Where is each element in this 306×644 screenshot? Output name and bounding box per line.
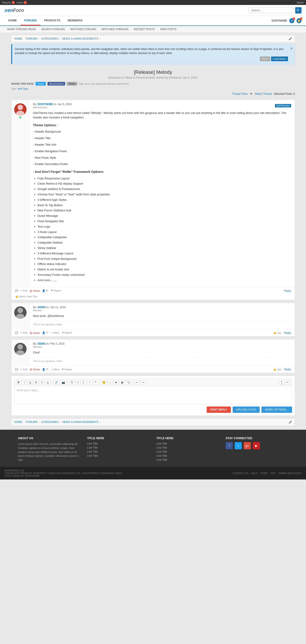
footer-terms-link[interactable]: TERMS AND RULES xyxy=(278,472,302,474)
post-3-ip-btn[interactable]: 👤 IP xyxy=(42,368,48,371)
editor-image[interactable]: 📷 xyxy=(60,380,66,385)
editor-strike[interactable]: S xyxy=(34,380,39,385)
users-link[interactable]: Users 1 xyxy=(17,1,27,4)
editor-link[interactable]: 🔗 xyxy=(53,380,60,385)
post-2-edit-btn[interactable]: ✏ Edit xyxy=(20,331,28,334)
editor-media-3[interactable]: ▣ xyxy=(120,380,125,385)
footer-col2-link-3[interactable]: Link Title xyxy=(87,454,150,458)
footer-contact-link[interactable]: CONTACT US xyxy=(232,472,248,474)
editor-emoji[interactable]: 😊 xyxy=(101,380,107,385)
editor-attach[interactable]: 📎 xyxy=(126,380,132,385)
breadcrumb-forums[interactable]: FORUMS xyxy=(26,37,38,40)
footer-col3-link-4[interactable]: Link Title xyxy=(156,458,219,462)
nav-forums[interactable]: FORUMS xyxy=(20,16,40,26)
reports-link[interactable]: Reports 1 xyxy=(2,1,15,4)
post-3-like-btn[interactable]: 👍 Like xyxy=(273,368,282,371)
post-3-username[interactable]: DEMO xyxy=(38,342,46,345)
editor-media-1[interactable]: □ xyxy=(108,380,113,385)
post-3-edit-btn[interactable]: ✏ Edit xyxy=(20,368,28,371)
editor-align-center[interactable]: ≡ xyxy=(76,380,80,385)
post-2-ip-btn[interactable]: 👤 IP xyxy=(42,331,48,334)
editor-italic[interactable]: I xyxy=(22,380,27,385)
breadcrumb-home[interactable]: HOME xyxy=(14,37,22,40)
alerts-icon[interactable]: 🔔 2 xyxy=(296,18,302,23)
more-options-button[interactable]: MORE OPTIONS... xyxy=(262,406,292,413)
footer-col3-link-0[interactable]: Link Title xyxy=(156,442,219,445)
editor-quote[interactable]: ❝ xyxy=(93,380,98,385)
post-1-report-btn[interactable]: ⚑ Report xyxy=(51,289,61,292)
post-1-edit-btn[interactable]: ✏ Edit xyxy=(20,289,28,292)
googleplus-icon[interactable]: g+ xyxy=(244,442,251,449)
share-button[interactable]: Share xyxy=(67,82,77,86)
editor-textarea[interactable]: Write your reply... xyxy=(14,386,292,404)
notice-tab-demo[interactable]: Demo xyxy=(260,56,270,61)
breadcrumb-bottom-news[interactable]: NEWS & ANNOUNCEMENTS xyxy=(62,420,98,424)
post-2-report-btn[interactable]: ⚑ Report xyxy=(62,331,72,334)
post-2-warn-btn[interactable]: ⚠ Warn xyxy=(51,331,60,334)
post-3-quote-btn[interactable]: 💬 xyxy=(15,368,18,371)
upload-file-button[interactable]: UPLOAD A FILE xyxy=(232,406,260,413)
post-3-delete-btn[interactable]: 🗑 Delete xyxy=(30,368,40,371)
post-1-delete-btn[interactable]: 🗑 Delete xyxy=(30,290,40,292)
youtube-icon[interactable]: ▶ xyxy=(253,442,260,449)
add-tags-link[interactable]: Add Tags xyxy=(18,87,28,90)
editor-underline[interactable]: U xyxy=(28,380,33,385)
editor-redo[interactable]: ↪ xyxy=(140,380,146,385)
editor-bold[interactable]: B xyxy=(16,380,21,385)
subnav-search-forums[interactable]: SEARCH FORUMS xyxy=(38,26,68,33)
nav-home[interactable]: HOME xyxy=(4,16,20,26)
footer-top-link[interactable]: TOP xyxy=(270,472,276,474)
breadcrumb-news[interactable]: NEWS & ANNOUNCEMENTS xyxy=(62,37,98,40)
footer-col2-link-2[interactable]: Link Title xyxy=(87,450,150,453)
post-2-delete-btn[interactable]: 🗑 Delete xyxy=(30,332,40,334)
editor-media-2[interactable]: ■ xyxy=(114,380,119,385)
watch-thread-link[interactable]: Watch Thread xyxy=(255,92,272,96)
subnav-recent-posts[interactable]: RECENT POSTS xyxy=(131,26,158,33)
twitter-icon[interactable]: t xyxy=(234,442,242,449)
post-2-like-btn[interactable]: 👍 Like xyxy=(273,331,282,334)
nav-username[interactable]: DOHTHEME xyxy=(272,19,287,22)
breadcrumb-categories[interactable]: CATEGORIES xyxy=(41,37,59,40)
editor-font-color[interactable]: A xyxy=(40,380,44,385)
editor-font-bg[interactable]: A xyxy=(46,380,50,385)
breadcrumb-bottom-categories[interactable]: CATEGORIES xyxy=(41,420,59,424)
post-reply-button[interactable]: POST REPLY xyxy=(207,406,231,413)
subnav-new-posts[interactable]: NEW POSTS xyxy=(158,26,179,33)
editor-source[interactable]: ✏ xyxy=(285,380,290,385)
subnav-watched-forums[interactable]: WATCHED FORUMS xyxy=(68,26,99,33)
subnav-mark-read[interactable]: MARK FORUMS READ xyxy=(4,26,38,33)
search-button[interactable]: 🔍 xyxy=(295,7,302,14)
editor-ol[interactable]: 1. xyxy=(81,380,86,385)
post-1-ip-btn[interactable]: 👤 IP xyxy=(42,289,48,292)
facebook-icon[interactable]: f xyxy=(226,442,233,449)
notice-close-button[interactable]: ✕ xyxy=(290,46,293,51)
editor-text-mode[interactable]: T̲ xyxy=(279,380,284,385)
footer-col3-link-1[interactable]: Link Title xyxy=(156,446,219,449)
footer-home-link[interactable]: HOME xyxy=(260,472,268,474)
notice-tab-long[interactable]: Long Notice xyxy=(271,56,288,61)
post-1-reply-button[interactable]: Reply xyxy=(284,289,291,292)
post-2-quote-btn[interactable]: 💬 xyxy=(15,331,18,334)
post-1-quote-btn[interactable]: 💬 xyxy=(15,289,18,292)
subnav-watched-threads[interactable]: WATCHED THREADS xyxy=(99,26,131,33)
editor-ul[interactable]: • xyxy=(87,380,92,385)
site-logo[interactable]: xenForo xyxy=(4,8,24,13)
recommend-button[interactable]: Recommend xyxy=(48,82,65,86)
nav-members[interactable]: MEMBERS xyxy=(64,16,86,26)
breadcrumb-bottom-forums[interactable]: FORUMS xyxy=(26,420,38,424)
post-2-reply-button[interactable]: Reply xyxy=(284,331,291,334)
breadcrumb-bottom-home[interactable]: HOME xyxy=(14,420,22,424)
thread-tools-dropdown[interactable]: Thread Tools xyxy=(232,92,248,96)
nav-products[interactable]: PRODUCTS xyxy=(40,16,64,26)
tweet-button[interactable]: Tweet xyxy=(36,82,46,86)
footer-col2-link-1[interactable]: Link Title xyxy=(87,446,150,449)
search-input[interactable] xyxy=(249,8,294,13)
post-2-username[interactable]: DEMO xyxy=(38,306,46,309)
messages-icon[interactable]: ✉ 1 xyxy=(289,18,294,23)
footer-help-link[interactable]: HELP xyxy=(251,472,258,474)
post-3-reply-button[interactable]: Reply xyxy=(284,368,291,371)
editor-align-left[interactable]: ☰ xyxy=(69,380,74,385)
editor-undo[interactable]: ↩ xyxy=(135,380,140,385)
post-1-username[interactable]: DOHTHEME xyxy=(38,103,53,106)
footer-col3-link-3[interactable]: Link Title xyxy=(156,454,219,458)
